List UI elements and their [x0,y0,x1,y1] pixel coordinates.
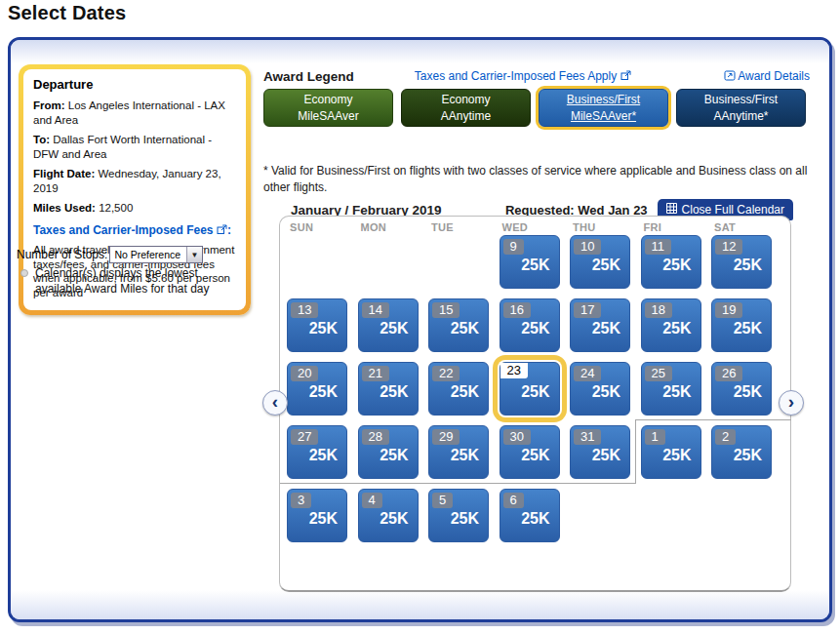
stops-select[interactable]: No Preference ▼ [109,246,203,263]
calendar-day-cell-feb-5[interactable]: 525K [428,489,489,542]
legend-economy-aanytime-button[interactable]: EconomyAAnytime [401,89,531,127]
day-header-thu: THU [573,221,596,233]
award-details-link[interactable]: Award Details [724,69,810,84]
stops-selected-value: No Preference [110,249,186,260]
award-miles-value: 25K [380,320,408,337]
day-number: 21 [362,366,389,381]
day-number: 22 [432,366,460,381]
award-miles-value: 25K [380,510,408,528]
day-number: 20 [291,366,318,381]
calendar-day-cell-feb-2[interactable]: 225K [711,425,772,479]
legend-business-first-milesaaver-button[interactable]: Business/FirstMileSAAver* [539,89,668,127]
calendar-day-cell-jan-26[interactable]: 2625K [711,362,772,416]
legend-economy-milesaaver-button[interactable]: EconomyMileSAAver [263,89,393,127]
dropdown-arrow-icon[interactable]: ▼ [186,247,202,262]
award-miles-value: 25K [451,510,479,528]
award-miles-value: 25K [380,447,408,464]
award-miles-value: 25K [734,447,762,464]
calendar-day-cell-jan-9[interactable]: 925K [500,235,560,289]
calendar-day-cell-jan-14[interactable]: 1425K [358,298,419,352]
calendar-grid-icon [666,203,677,217]
calendar-day-cell-jan-28[interactable]: 2825K [358,425,419,479]
day-header-sat: SAT [714,221,736,233]
calendar-day-cell-feb-4[interactable]: 425K [358,489,419,542]
calendar-day-cell-jan-31[interactable]: 3125K [570,425,630,479]
calendar-day-cell-feb-1[interactable]: 125K [641,425,701,479]
legend-footnote: * Valid for Business/First on flights wi… [263,163,820,197]
calendar-day-cell-jan-16[interactable]: 1625K [500,298,560,352]
day-number: 27 [291,429,318,445]
calendar-day-cell-jan-30[interactable]: 3025K [500,425,560,479]
award-miles-value: 25K [662,447,691,464]
previous-dates-button[interactable]: ‹ [262,390,288,416]
day-number: 30 [503,429,531,445]
calendar-day-cell-jan-11[interactable]: 1125K [641,235,701,289]
next-dates-button[interactable]: › [779,390,804,416]
day-header-wed: WED [502,221,529,233]
award-miles-value: 25K [309,320,338,337]
calendar-day-cell-jan-29[interactable]: 2925K [428,425,489,479]
departure-to: To: Dallas Fort Worth International - DF… [33,133,236,162]
day-number: 13 [291,302,318,318]
award-miles-value: 25K [309,447,338,464]
fees-link-colon: : [227,223,231,237]
award-miles-value: 25K [380,383,408,401]
window-icon [724,70,736,84]
award-miles-value: 25K [592,383,620,401]
day-number: 6 [503,493,524,508]
award-miles-value: 25K [592,320,620,337]
calendar-day-cell-jan-17[interactable]: 1725K [570,298,630,352]
legend-business-first-aanytime-button[interactable]: Business/FirstAAnytime* [676,89,806,127]
day-number: 11 [645,239,672,255]
calendar-day-cell-jan-12[interactable]: 1225K [711,235,772,289]
calendar-day-cell-jan-21[interactable]: 2125K [358,362,419,416]
award-miles-value: 25K [521,383,549,401]
departure-miles-used: Miles Used: 12,500 [33,201,236,216]
calendar-day-cell-jan-22[interactable]: 2225K [428,362,489,416]
calendar-day-cell-jan-13[interactable]: 1325K [287,298,347,352]
award-miles-value: 25K [592,447,620,464]
calendar-day-cell-jan-25[interactable]: 2525K [641,362,701,416]
day-header-mon: MON [361,221,387,233]
award-miles-value: 25K [451,320,479,337]
taxes-fees-link[interactable]: Taxes and Carrier-Imposed Fees [33,223,214,237]
day-number: 16 [503,302,531,318]
day-number: 1 [645,429,665,445]
day-number: 28 [362,429,389,445]
calendar-day-cell-jan-15[interactable]: 1525K [428,298,489,352]
external-link-icon [217,224,227,238]
select-dates-panel: Departure From: Los Angeles Internationa… [8,37,832,622]
award-miles-value: 25K [309,383,338,401]
day-number: 10 [574,239,601,255]
day-number: 18 [645,302,672,318]
day-number: 9 [503,239,524,255]
calendar-day-cell-jan-18[interactable]: 1825K [641,298,701,352]
taxes-fees-apply-link[interactable]: Taxes and Carrier-Imposed Fees Apply [415,69,631,84]
day-number: 26 [715,366,742,381]
calendar-day-cell-jan-10[interactable]: 1025K [570,235,630,289]
award-miles-value: 25K [592,257,620,274]
chevron-right-icon: › [788,392,794,411]
calendar-day-cell-feb-6[interactable]: 625K [500,489,560,542]
award-miles-value: 25K [521,447,549,464]
calendar-day-cell-jan-24[interactable]: 2425K [570,362,630,416]
calendar-day-cell-jan-19[interactable]: 1925K [711,298,772,352]
page-title: Select Dates [8,2,126,24]
day-number: 29 [432,429,460,445]
calendar-day-cell-feb-3[interactable]: 325K [287,489,347,542]
award-miles-value: 25K [451,447,479,464]
award-miles-value: 25K [521,510,549,528]
day-number: 31 [574,429,601,445]
day-number: 3 [291,493,311,508]
day-number: 23 [500,363,528,378]
departure-flight-date: Flight Date: Wednesday, January 23, 2019 [33,167,236,196]
calendar-day-cell-jan-23[interactable]: 2325K [500,362,560,416]
departure-title: Departure [33,77,236,92]
award-miles-value: 25K [662,320,691,337]
external-link-icon [620,70,631,84]
calendar-day-cell-jan-20[interactable]: 2025K [287,362,347,416]
calendar-day-cell-jan-27[interactable]: 2725K [287,425,347,479]
award-legend-title: Award Legend [263,69,354,84]
day-number: 19 [715,302,742,318]
day-header-tue: TUE [431,221,454,233]
